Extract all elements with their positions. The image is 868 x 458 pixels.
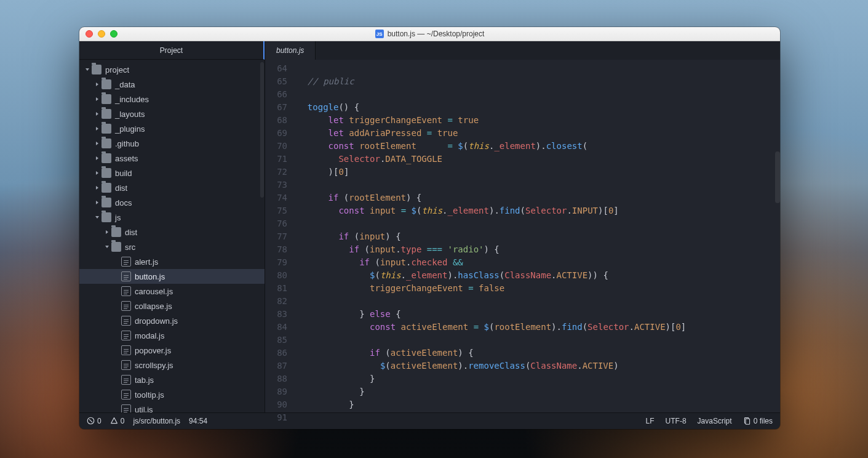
editor-tab-button-js[interactable]: button.js: [265, 41, 316, 60]
status-encoding[interactable]: UTF-8: [666, 417, 687, 425]
tree-item-label: _data: [115, 80, 135, 89]
tree-folder[interactable]: src: [79, 239, 265, 254]
chevron-right-icon: [114, 332, 120, 339]
folder-icon: [102, 109, 111, 119]
code-editor[interactable]: 64 65 66 67 68 69 70 71 72 73 74 75 76 7…: [265, 60, 780, 412]
tree-file[interactable]: popover.js: [79, 343, 265, 358]
chevron-right-icon[interactable]: [94, 111, 100, 117]
tree-folder[interactable]: build: [79, 166, 265, 180]
tree-file[interactable]: dropdown.js: [79, 313, 265, 328]
code-content[interactable]: // public toggle() { let triggerChangeEv…: [293, 60, 712, 412]
tree-folder[interactable]: _data: [79, 77, 265, 92]
tree-item-label: button.js: [135, 272, 165, 281]
tree-file[interactable]: alert.js: [79, 254, 265, 269]
status-eol[interactable]: LF: [646, 417, 655, 425]
sidebar-panel-tab-project[interactable]: Project: [79, 41, 265, 60]
tree-item-label: build: [115, 169, 132, 178]
editor-tabs: button.js: [265, 41, 780, 60]
tree-folder[interactable]: .github: [79, 136, 265, 151]
tree-folder[interactable]: _layouts: [79, 106, 265, 121]
chevron-right-icon: [114, 303, 120, 309]
tree-folder[interactable]: docs: [79, 195, 265, 210]
folder-icon: [102, 139, 111, 148]
tree-file[interactable]: button.js: [79, 269, 265, 284]
minimize-window-button[interactable]: [98, 30, 105, 38]
chevron-down-icon[interactable]: [84, 66, 90, 73]
tree-file[interactable]: tooltip.js: [79, 387, 265, 402]
zoom-window-button[interactable]: [110, 30, 117, 38]
window-titlebar[interactable]: JS button.js — ~/Desktop/project: [79, 27, 780, 41]
tree-folder[interactable]: dist: [79, 225, 265, 239]
chevron-right-icon[interactable]: [94, 96, 100, 102]
file-icon: [121, 375, 131, 385]
status-cursor-position[interactable]: 94:54: [189, 417, 207, 425]
tree-folder[interactable]: dist: [79, 180, 265, 195]
chevron-right-icon[interactable]: [104, 229, 110, 235]
close-window-button[interactable]: [86, 30, 93, 38]
tree-item-label: _plugins: [115, 124, 145, 134]
tree-file[interactable]: tab.js: [79, 372, 265, 387]
minimap-viewport-thumb[interactable]: [775, 151, 780, 203]
tree-file[interactable]: util.js: [79, 402, 265, 412]
file-icon: [121, 301, 131, 311]
tree-item-label: _layouts: [115, 110, 145, 119]
tree-item-label: assets: [115, 154, 138, 163]
folder-icon: [102, 183, 111, 193]
folder-icon: [111, 242, 121, 252]
tree-file[interactable]: modal.js: [79, 328, 265, 343]
status-files[interactable]: 0 files: [743, 417, 773, 425]
file-tree[interactable]: project_data_includes_layouts_plugins.gi…: [79, 60, 265, 412]
tree-file[interactable]: scrollspy.js: [79, 358, 265, 372]
file-icon: [121, 257, 131, 267]
tree-file[interactable]: collapse.js: [79, 299, 265, 313]
tree-item-label: collapse.js: [135, 302, 172, 311]
chevron-right-icon[interactable]: [94, 140, 100, 147]
tree-item-label: popover.js: [135, 346, 171, 355]
status-warnings[interactable]: 0: [110, 417, 125, 425]
chevron-right-icon[interactable]: [94, 155, 100, 161]
status-warnings-count: 0: [121, 417, 125, 425]
status-language[interactable]: JavaScript: [698, 417, 732, 425]
svg-rect-3: [746, 419, 750, 424]
window-title-text: button.js — ~/Desktop/project: [388, 30, 485, 38]
chevron-down-icon[interactable]: [94, 214, 100, 220]
status-errors[interactable]: 0: [87, 417, 102, 425]
tree-item-label: scrollspy.js: [135, 361, 173, 370]
status-file-path[interactable]: js/src/button.js: [133, 417, 180, 425]
tree-item-label: src: [125, 243, 135, 252]
sidebar-panel-label: Project: [160, 46, 183, 55]
chevron-right-icon[interactable]: [94, 170, 100, 176]
tree-item-label: _includes: [115, 95, 149, 104]
tree-item-label: js: [115, 213, 121, 222]
chevron-right-icon: [114, 406, 120, 412]
minimap[interactable]: [712, 60, 780, 412]
tree-folder[interactable]: project: [79, 62, 265, 77]
chevron-right-icon[interactable]: [94, 81, 100, 87]
tree-item-label: dist: [115, 183, 127, 193]
chevron-right-icon[interactable]: [94, 185, 100, 191]
chevron-right-icon: [114, 377, 120, 383]
tree-folder[interactable]: _includes: [79, 92, 265, 106]
tree-folder[interactable]: js: [79, 210, 265, 225]
chevron-right-icon[interactable]: [94, 199, 100, 206]
tree-folder[interactable]: _plugins: [79, 121, 265, 136]
tree-folder[interactable]: assets: [79, 151, 265, 166]
folder-icon: [102, 153, 111, 163]
status-files-count: 0 files: [754, 417, 773, 425]
tree-item-label: carousel.js: [135, 287, 173, 296]
tree-item-label: util.js: [135, 405, 153, 413]
chevron-right-icon[interactable]: [94, 126, 100, 132]
editor-pane: button.js 64 65 66 67 68 69 70 71 72 73 …: [265, 41, 780, 412]
tree-item-label: dist: [125, 228, 137, 237]
tree-scrollbar-thumb[interactable]: [260, 62, 264, 198]
editor-tab-label: button.js: [276, 46, 304, 55]
chevron-right-icon: [114, 288, 120, 294]
folder-icon: [102, 168, 111, 178]
file-icon: [121, 271, 131, 281]
files-icon: [743, 417, 751, 425]
folder-icon: [102, 79, 111, 89]
chevron-down-icon[interactable]: [104, 244, 110, 250]
tree-file[interactable]: carousel.js: [79, 284, 265, 299]
tree-item-label: alert.js: [135, 257, 158, 267]
window-controls: [79, 30, 117, 38]
